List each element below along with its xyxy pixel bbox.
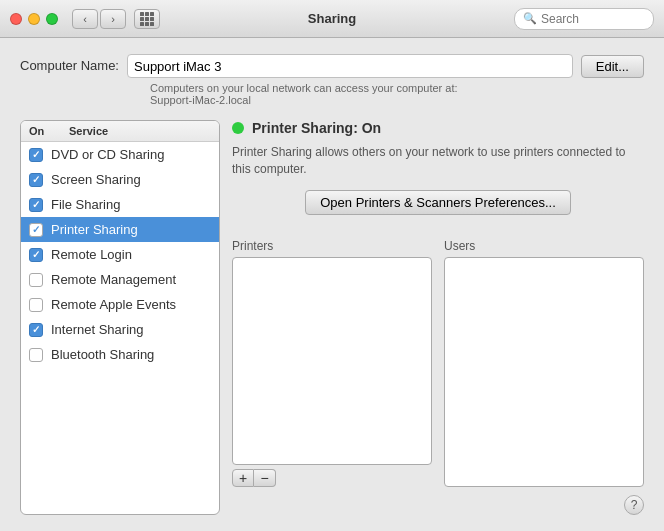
title-bar: ‹ › Sharing 🔍 [0,0,664,38]
status-dot [232,122,244,134]
service-name-remote-apple-events: Remote Apple Events [51,297,176,312]
remove-printer-button[interactable]: − [254,469,276,487]
back-icon: ‹ [83,13,87,25]
service-name-remote-login: Remote Login [51,247,132,262]
users-label: Users [444,239,644,253]
service-checkbox-file-sharing[interactable] [29,198,43,212]
right-panel: Printer Sharing: On Printer Sharing allo… [232,120,644,515]
printers-panel: Printers + − [232,239,432,487]
search-icon: 🔍 [523,12,537,25]
forward-icon: › [111,13,115,25]
service-name-screen-sharing: Screen Sharing [51,172,141,187]
service-item-file-sharing[interactable]: File Sharing [21,192,219,217]
service-checkbox-bluetooth-sharing[interactable] [29,348,43,362]
service-checkbox-screen-sharing[interactable] [29,173,43,187]
printer-sharing-desc: Printer Sharing allows others on your ne… [232,144,644,178]
traffic-lights [10,13,58,25]
edit-button[interactable]: Edit... [581,55,644,78]
users-panel: Users [444,239,644,487]
service-item-internet-sharing[interactable]: Internet Sharing [21,317,219,342]
service-checkbox-dvd-cd-sharing[interactable] [29,148,43,162]
minimize-button[interactable] [28,13,40,25]
maximize-button[interactable] [46,13,58,25]
users-list [444,257,644,487]
open-printers-button[interactable]: Open Printers & Scanners Preferences... [305,190,571,215]
forward-button[interactable]: › [100,9,126,29]
printers-users-section: Printers + − Users [232,239,644,487]
grid-button[interactable] [134,9,160,29]
service-list-header: On Service [21,121,219,142]
grid-icon [140,12,154,26]
service-item-remote-apple-events[interactable]: Remote Apple Events [21,292,219,317]
service-list-panel: On Service DVD or CD SharingScreen Shari… [20,120,220,515]
service-name-file-sharing: File Sharing [51,197,120,212]
header-service: Service [69,125,108,137]
computer-name-label: Computer Name: [20,54,119,73]
computer-name-field-group: Edit... [127,54,644,78]
service-checkbox-remote-management[interactable] [29,273,43,287]
main-content: Computer Name: Edit... Computers on your… [0,38,664,531]
computer-name-row: Computer Name: Edit... [20,54,644,78]
search-input[interactable] [541,12,645,26]
service-checkbox-remote-login[interactable] [29,248,43,262]
search-box[interactable]: 🔍 [514,8,654,30]
close-button[interactable] [10,13,22,25]
services-section: On Service DVD or CD SharingScreen Shari… [20,120,644,515]
printers-label: Printers [232,239,432,253]
service-checkbox-internet-sharing[interactable] [29,323,43,337]
service-checkbox-remote-apple-events[interactable] [29,298,43,312]
add-printer-button[interactable]: + [232,469,254,487]
printers-list [232,257,432,465]
help-button[interactable]: ? [624,495,644,515]
service-name-remote-management: Remote Management [51,272,176,287]
service-item-remote-management[interactable]: Remote Management [21,267,219,292]
window-title: Sharing [308,11,356,26]
service-list: DVD or CD SharingScreen SharingFile Shar… [21,142,219,514]
back-button[interactable]: ‹ [72,9,98,29]
printer-sharing-header: Printer Sharing: On [232,120,644,136]
printers-controls: + − [232,469,432,487]
service-item-dvd-cd-sharing[interactable]: DVD or CD Sharing [21,142,219,167]
computer-name-hint: Computers on your local network can acce… [150,82,644,106]
service-name-bluetooth-sharing: Bluetooth Sharing [51,347,154,362]
service-name-printer-sharing: Printer Sharing [51,222,138,237]
service-name-internet-sharing: Internet Sharing [51,322,144,337]
printer-sharing-title: Printer Sharing: On [252,120,381,136]
service-item-bluetooth-sharing[interactable]: Bluetooth Sharing [21,342,219,367]
service-name-dvd-cd-sharing: DVD or CD Sharing [51,147,164,162]
nav-buttons: ‹ › [72,9,126,29]
service-item-screen-sharing[interactable]: Screen Sharing [21,167,219,192]
bottom-help: ? [232,495,644,515]
open-printers-row: Open Printers & Scanners Preferences... [232,190,644,227]
header-on: On [29,125,49,137]
service-item-remote-login[interactable]: Remote Login [21,242,219,267]
computer-name-input[interactable] [127,54,573,78]
service-item-printer-sharing[interactable]: Printer Sharing [21,217,219,242]
service-checkbox-printer-sharing[interactable] [29,223,43,237]
